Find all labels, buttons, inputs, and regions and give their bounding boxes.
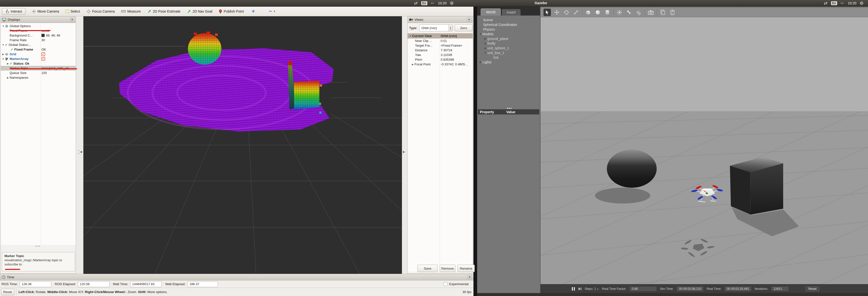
rotate-mode-tool[interactable] [563,9,570,16]
spinner-icon[interactable]: ▲▼ [448,25,453,31]
tree-item-firefly[interactable]: ▶firefly [477,41,540,46]
insert-sphere-tool[interactable] [594,9,601,16]
tree-item-spherical-coordinates[interactable]: Spherical Coordinates [477,22,540,27]
collapse-right-icon[interactable]: ▶ [403,150,405,153]
interact-tool[interactable]: Interact [2,8,25,15]
paste-tool[interactable] [669,9,676,16]
step-icon[interactable] [578,287,582,291]
directional-light-tool[interactable] [635,9,642,16]
insert-box-tool[interactable] [584,9,592,16]
tab-world[interactable]: World [480,8,501,16]
tree-item-unit-box[interactable]: ▼unit_box_1 [477,50,540,55]
reset-button[interactable]: Reset [1,289,14,295]
row-grid[interactable]: ▶ Grid ✓ [1,52,76,57]
rename-view-button[interactable]: Rename [458,265,475,272]
remove-tool-button[interactable]: − ▼ [269,9,276,14]
publish-point-tool[interactable]: Publish Point [219,9,244,13]
dock-splitter-left[interactable]: ●● ◀ [76,16,83,274]
remove-view-button[interactable]: Remove [440,265,456,272]
panel-resize-handle[interactable]: ●●● [35,245,40,247]
row-marker-array[interactable]: ▼ MarkerArray ✓ [1,57,76,61]
gazebo-reset-button[interactable]: Reset [806,286,819,291]
tree-item-ground-plane[interactable]: ▶ground_plane [477,36,540,41]
dock-splitter-right[interactable]: ▶ [402,16,407,274]
spot-light-tool[interactable] [625,9,633,16]
scale-mode-tool[interactable] [572,9,580,16]
tree-item-unit-sphere[interactable]: ▶unit_sphere_1 [477,46,540,50]
row-current-view[interactable]: ▼Current View Orbit (rviz) [408,33,473,38]
move-camera-tool[interactable]: Move Camera [32,9,59,13]
property-column-header[interactable]: Property [478,110,506,114]
system-tray-left[interactable]: En 10:20 [414,0,454,6]
row-namespaces[interactable]: ▶ Namespaces [1,75,76,80]
row-status-ok[interactable]: ▶✓ Status: Ok [1,61,76,66]
zero-button[interactable]: Zero [455,24,472,31]
row-global-options[interactable]: ▼ Global Options [1,24,76,28]
nav-goal-tool[interactable]: 2D Nav Goal [187,9,212,13]
views-panel-header[interactable]: Views ✕ [408,17,473,23]
row-frame-rate[interactable]: Frame Rate 30 [1,38,76,42]
select-tool[interactable]: Select [66,9,80,13]
tree-item-models[interactable]: ▼Models [477,32,540,36]
row-yaw[interactable]: Yaw 3.11039 [408,53,473,57]
time-panel: Time ✕ ROS Time: 126.38 ROS Elapsed: 120… [0,274,473,288]
ros-time-field[interactable]: 126.38 [20,281,51,287]
select-mode-tool[interactable] [544,9,551,16]
steps-label[interactable]: Steps: 1 ▼ [585,287,599,291]
pose-estimate-tool[interactable]: 2D Pose Estimate [147,9,181,13]
screenshot-tool[interactable] [647,9,654,16]
clock[interactable]: 10:20 [848,1,857,5]
row-near-clip[interactable]: Near Clip ... 0.01 [408,38,473,43]
tree-item-link[interactable]: link [477,55,540,60]
insert-cylinder-tool[interactable] [603,9,611,16]
session-gear-icon[interactable] [860,1,864,5]
volume-muted-icon[interactable] [431,1,435,5]
point-light-tool[interactable] [616,9,623,16]
experimental-checkbox[interactable] [444,282,447,286]
tree-item-physics[interactable]: Physics [477,27,540,32]
unit-sphere[interactable] [607,150,657,188]
network-icon[interactable] [414,1,418,5]
close-icon[interactable]: ✕ [467,18,471,22]
gazebo-3d-viewport[interactable] [540,17,868,284]
ros-elapsed-field[interactable]: 120.56 [78,281,110,287]
row-pitch[interactable]: Pitch 0.835398 [408,57,473,62]
enabled-checkbox[interactable]: ✓ [41,57,45,61]
wall-time-field[interactable]: 1446456017.83 [130,281,162,287]
row-distance[interactable]: Distance 7.30724 [408,48,473,53]
view-type-select[interactable]: Orbit (rviz) ▲▼ [419,24,453,31]
tree-item-scene[interactable]: Scene [477,18,540,22]
time-panel-header[interactable]: Time ✕ [0,274,473,280]
column-divider[interactable] [440,33,440,272]
tab-insert[interactable]: Insert [502,9,521,16]
row-queue-size[interactable]: Queue Size 100 [1,70,76,75]
row-global-status[interactable]: ▼✓ Global Status:... [1,42,76,47]
focus-camera-tool[interactable]: Focus Camera [87,9,115,13]
save-view-button[interactable]: Save [417,265,438,272]
network-icon[interactable] [824,1,828,5]
collapse-left-icon[interactable]: ◀ [80,150,82,153]
enabled-checkbox[interactable]: ✓ [41,52,45,56]
copy-tool[interactable] [659,9,666,16]
volume-muted-icon[interactable] [840,1,844,5]
row-fixed-frame-status[interactable]: ✓ Fixed Frame OK [1,47,76,52]
rviz-3d-viewport[interactable] [83,16,402,274]
system-tray-right[interactable]: En 10:20 [824,0,864,6]
tree-item-lights[interactable]: ▶Lights [477,60,540,64]
close-icon[interactable]: ✕ [468,275,472,279]
add-tool-button[interactable]: + [252,9,255,14]
clock[interactable]: 10:20 [438,1,446,5]
keyboard-layout-badge[interactable]: En [421,1,427,5]
wall-elapsed-field[interactable]: 186.37 [187,281,218,287]
keyboard-layout-badge[interactable]: En [831,1,837,5]
row-focal-point[interactable]: ▶Focal Point -0.33742; 0.4605... [408,62,473,67]
pause-icon[interactable] [571,287,575,291]
translate-mode-tool[interactable] [553,9,560,16]
close-icon[interactable]: ✕ [70,18,74,22]
session-gear-icon[interactable] [450,1,454,5]
displays-panel-header[interactable]: Displays ✕ [1,17,76,23]
row-background-color[interactable]: Background C... 48; 48; 48 [1,33,76,38]
measure-tool[interactable]: Measure [121,9,141,13]
row-target-frame[interactable]: Target Fra... <Fixed Frame> [408,43,473,48]
value-column-header[interactable]: Value [506,110,516,114]
